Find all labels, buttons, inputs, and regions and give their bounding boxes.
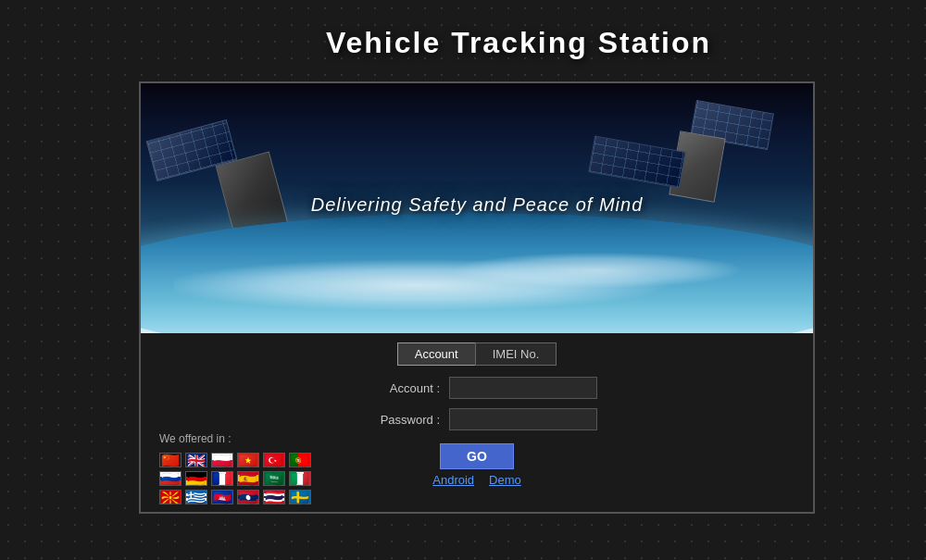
password-input[interactable] <box>449 408 597 430</box>
page-title: Vehicle Tracking Station <box>0 26 926 60</box>
hero-image: Delivering Safety and Peace of Mind <box>141 83 813 333</box>
flag-portugal[interactable]: 🇵🇹 <box>289 453 311 467</box>
flag-germany[interactable]: 🇩🇪 <box>185 471 207 486</box>
flag-thailand[interactable]: 🇹🇭 <box>263 490 285 504</box>
tabs-row: Account IMEI No. <box>397 342 557 366</box>
flag-saudi[interactable]: 🇸🇦 <box>263 471 285 486</box>
offered-section: We offered in : 🇨🇳 🇬🇧 🇵🇱 🇻🇳 🇹🇷 🇵🇹 🇷🇺 🇩🇪 … <box>159 432 311 504</box>
password-label: Password : <box>357 413 440 427</box>
sat-panel-right2 <box>588 136 685 189</box>
tagline: Delivering Safety and Peace of Mind <box>141 194 813 216</box>
account-input[interactable] <box>449 377 597 399</box>
cloud-layer <box>174 241 779 315</box>
offered-label: We offered in : <box>159 432 311 445</box>
main-panel: Delivering Safety and Peace of Mind Acco… <box>139 81 815 514</box>
flag-macedonia[interactable]: 🇲🇰 <box>159 490 181 504</box>
flags-row-1: 🇨🇳 🇬🇧 🇵🇱 🇻🇳 🇹🇷 🇵🇹 <box>159 453 311 467</box>
account-label: Account : <box>357 381 440 395</box>
demo-link[interactable]: Demo <box>489 473 521 487</box>
flag-china[interactable]: 🇨🇳 <box>159 453 181 467</box>
flag-spain[interactable]: 🇪🇸 <box>237 471 259 486</box>
flag-laos[interactable]: 🇱🇦 <box>237 490 259 504</box>
tab-account[interactable]: Account <box>397 342 475 366</box>
login-section: Account IMEI No. Account : Password : GO… <box>141 333 813 512</box>
flag-sweden[interactable]: 🇸🇪 <box>289 490 311 504</box>
account-row: Account : <box>357 377 597 399</box>
tab-imei[interactable]: IMEI No. <box>475 342 557 366</box>
flags-row-3: 🇲🇰 🇬🇷 🇰🇭 🇱🇦 🇹🇭 🇸🇪 <box>159 490 311 504</box>
password-row: Password : <box>357 408 597 430</box>
go-button[interactable]: GO <box>440 443 514 469</box>
flag-cambodia[interactable]: 🇰🇭 <box>211 490 233 504</box>
flag-turkey[interactable]: 🇹🇷 <box>263 453 285 467</box>
flag-france[interactable]: 🇫🇷 <box>211 471 233 486</box>
flag-greece[interactable]: 🇬🇷 <box>185 490 207 504</box>
flags-row-2: 🇷🇺 🇩🇪 🇫🇷 🇪🇸 🇸🇦 🇮🇹 <box>159 471 311 486</box>
flag-poland[interactable]: 🇵🇱 <box>211 453 233 467</box>
android-link[interactable]: Android <box>432 473 474 487</box>
flag-russia[interactable]: 🇷🇺 <box>159 471 181 486</box>
flag-uk[interactable]: 🇬🇧 <box>185 453 207 467</box>
links-row: Android Demo <box>432 473 521 487</box>
flag-italy[interactable]: 🇮🇹 <box>289 471 311 486</box>
flag-vietnam[interactable]: 🇻🇳 <box>237 453 259 467</box>
